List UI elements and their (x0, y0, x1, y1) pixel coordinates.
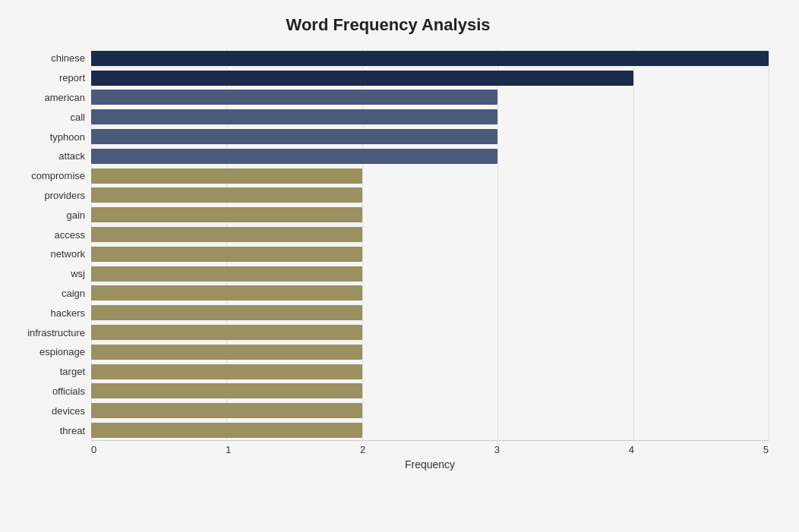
y-label: network (50, 244, 85, 264)
bar-row (91, 362, 769, 382)
bar-row (91, 186, 769, 206)
bar-row (91, 264, 769, 284)
bar-row (91, 166, 769, 186)
y-label: chinese (51, 49, 85, 68)
bar-row (91, 225, 769, 244)
x-axis-title: Frequency (91, 458, 769, 471)
bar (91, 247, 362, 262)
bar-row (91, 107, 769, 127)
bars-container (91, 49, 769, 440)
y-label: officials (52, 382, 85, 401)
chart-container: Word Frequency Analysis chinesereportame… (0, 0, 799, 532)
y-label: gain (66, 205, 85, 225)
y-label: attack (58, 146, 85, 166)
bar (91, 325, 362, 340)
y-label: caign (62, 284, 85, 304)
bar-row (91, 342, 769, 362)
bar (91, 345, 362, 360)
y-label: espionage (39, 342, 85, 362)
bar (91, 187, 362, 203)
bar (91, 227, 362, 242)
bar (91, 364, 362, 379)
bar (91, 149, 497, 164)
bar-row (91, 401, 769, 420)
bar (91, 168, 362, 184)
y-label: devices (52, 401, 85, 420)
bar (91, 403, 362, 418)
y-label: typhoon (50, 127, 85, 146)
bar (91, 71, 633, 86)
x-tick-label: 4 (629, 444, 634, 455)
y-label: access (55, 225, 85, 244)
bar (91, 207, 362, 222)
bar-row (91, 323, 769, 342)
x-tick-label: 3 (494, 444, 500, 455)
y-label: report (59, 68, 85, 88)
bar (91, 109, 497, 124)
bar-row (91, 127, 769, 146)
bar (91, 90, 497, 105)
bar (91, 285, 362, 301)
y-label: providers (45, 186, 85, 206)
x-tick-label: 2 (360, 444, 365, 455)
bar-row (91, 303, 769, 323)
bar (91, 383, 362, 398)
bar (91, 305, 362, 320)
y-label: target (60, 362, 85, 382)
x-tick-label: 1 (226, 444, 231, 455)
y-label: compromise (31, 166, 85, 186)
bar (91, 423, 362, 438)
bar-row (91, 420, 769, 440)
x-tick-label: 0 (91, 444, 96, 455)
grid-line (769, 49, 769, 440)
x-tick-label: 5 (763, 444, 769, 455)
bar (91, 266, 362, 282)
y-label: call (70, 107, 85, 127)
y-label: wsj (71, 264, 85, 284)
bar (91, 129, 497, 144)
chart-title: Word Frequency Analysis (8, 15, 769, 35)
bar-row (91, 146, 769, 166)
bar-row (91, 244, 769, 264)
bar-row (91, 382, 769, 401)
bar-row (91, 284, 769, 304)
y-label: american (45, 88, 85, 108)
bar-row (91, 88, 769, 108)
x-axis-labels: 012345 (91, 441, 769, 455)
y-axis-labels: chinesereportamericancalltyphoonattackco… (8, 49, 91, 440)
bar-row (91, 49, 769, 68)
bar-row (91, 205, 769, 225)
y-label: hackers (50, 303, 85, 323)
bar-row (91, 68, 769, 88)
bars-area (91, 49, 769, 440)
bar (91, 51, 769, 66)
y-label: threat (60, 420, 85, 440)
y-label: infrastructure (27, 323, 85, 342)
